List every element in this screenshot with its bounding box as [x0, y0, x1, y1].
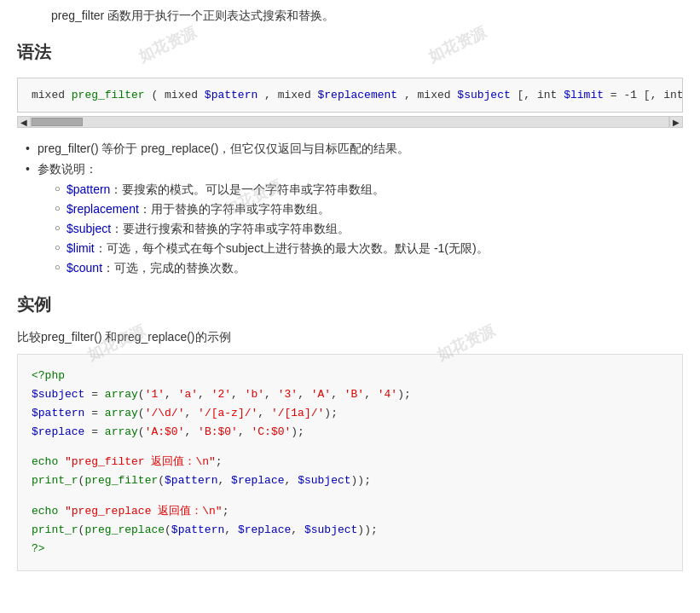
syntax-mixed4: mixed — [418, 89, 458, 101]
example-section: 实例 比较preg_filter() 和preg_replace()的示例 <?… — [17, 293, 683, 571]
syntax-code: mixed preg_filter ( mixed $pattern , mix… — [18, 78, 682, 112]
code-line-subject: $subject = array('1', 'a', '2', 'b', '3'… — [32, 385, 668, 404]
syntax-eq: = -1 — [604, 89, 644, 101]
code-box: <?php $subject = array('1', 'a', '2', 'b… — [17, 354, 683, 571]
scrollbar-row: ◀ ▶ — [17, 116, 683, 128]
syntax-mixed3: mixed — [278, 89, 318, 101]
sub-item-replacement: $replacement：用于替换的字符串或字符串数组。 — [55, 202, 683, 217]
sub-text-subject: $subject：要进行搜索和替换的字符串或字符串数组。 — [67, 222, 350, 235]
syntax-param4: $limit — [564, 89, 604, 101]
page-container: 如花资源 如花资源 如花资源 如花资源 如花资源 preg_filter 函数用… — [0, 0, 700, 588]
sub-text-limit: $limit：可选，每个模式在每个subject上进行替换的最大次数。默认是 -… — [67, 241, 489, 255]
code-blank-2 — [32, 491, 668, 502]
sub-list: $pattern：要搜索的模式。可以是一个字符串或字符串数组。 $replace… — [38, 182, 683, 276]
code-line-print1: print_r(preg_filter($pattern, $replace, … — [32, 471, 668, 490]
code-line-tag-open: <?php — [32, 367, 668, 385]
syntax-title: 语法 — [17, 41, 683, 67]
bullet-text-1: preg_filter() 等价于 preg_replace()，但它仅仅返回与… — [38, 142, 409, 155]
syntax-paren1: ( — [145, 89, 165, 101]
sub-item-count: $count：可选，完成的替换次数。 — [55, 261, 683, 276]
syntax-int2: int — [663, 89, 683, 101]
sub-text-pattern: $pattern：要搜索的模式。可以是一个字符串或字符串数组。 — [67, 182, 385, 196]
code-line-replace: $replace = array('A:$0', 'B:$0', 'C:$0')… — [32, 423, 668, 442]
sub-item-limit: $limit：可选，每个模式在每个subject上进行替换的最大次数。默认是 -… — [55, 241, 683, 257]
syntax-scroll-container[interactable]: mixed preg_filter ( mixed $pattern , mix… — [17, 78, 683, 113]
syntax-param2: $replacement — [318, 89, 398, 101]
code-blank-1 — [32, 442, 668, 453]
bullet-item-2: 参数说明： $pattern：要搜索的模式。可以是一个字符串或字符串数组。 $r… — [26, 162, 683, 276]
scrollbar-track[interactable] — [31, 116, 669, 128]
intro-text: preg_filter 函数用于执行一个正则表达式搜索和替换。 — [17, 9, 683, 24]
code-line-tag-close: ?> — [32, 540, 668, 558]
syntax-int1: int — [537, 89, 564, 101]
scrollbar-left-arrow[interactable]: ◀ — [17, 116, 31, 128]
sub-item-subject: $subject：要进行搜索和替换的字符串或字符串数组。 — [55, 222, 683, 237]
code-line-print2: print_r(preg_replace($pattern, $replace,… — [32, 521, 668, 540]
syntax-func: preg_filter — [72, 89, 145, 101]
code-line-pattern: $pattern = array('/\d/', '/[a-z]/', '/[1… — [32, 404, 668, 423]
bullet-list: preg_filter() 等价于 preg_replace()，但它仅仅返回与… — [17, 142, 683, 276]
sub-text-count: $count：可选，完成的替换次数。 — [67, 261, 246, 275]
bullet-item-1: preg_filter() 等价于 preg_replace()，但它仅仅返回与… — [26, 142, 683, 157]
syntax-param1: $pattern — [205, 89, 257, 101]
syntax-bracket2: [, — [644, 89, 663, 101]
syntax-bracket1: [, — [511, 89, 537, 101]
code-line-echo1: echo "preg_filter 返回值：\n"; — [32, 453, 668, 471]
sub-text-replacement: $replacement：用于替换的字符串或字符串数组。 — [67, 202, 330, 216]
syntax-mixed2: mixed — [165, 89, 205, 101]
example-desc: 比较preg_filter() 和preg_replace()的示例 — [17, 330, 683, 345]
syntax-param3: $subject — [457, 89, 510, 101]
syntax-comma1: , — [257, 89, 277, 101]
scrollbar-thumb[interactable] — [32, 118, 83, 126]
syntax-mixed1: mixed — [32, 89, 72, 101]
syntax-comma2: , — [397, 89, 417, 101]
scrollbar-right-arrow[interactable]: ▶ — [669, 116, 683, 128]
bullet-text-2: 参数说明： — [38, 162, 97, 176]
example-title: 实例 — [17, 293, 683, 320]
sub-item-pattern: $pattern：要搜索的模式。可以是一个字符串或字符串数组。 — [55, 182, 683, 198]
code-line-echo2: echo "preg_replace 返回值：\n"; — [32, 502, 668, 521]
